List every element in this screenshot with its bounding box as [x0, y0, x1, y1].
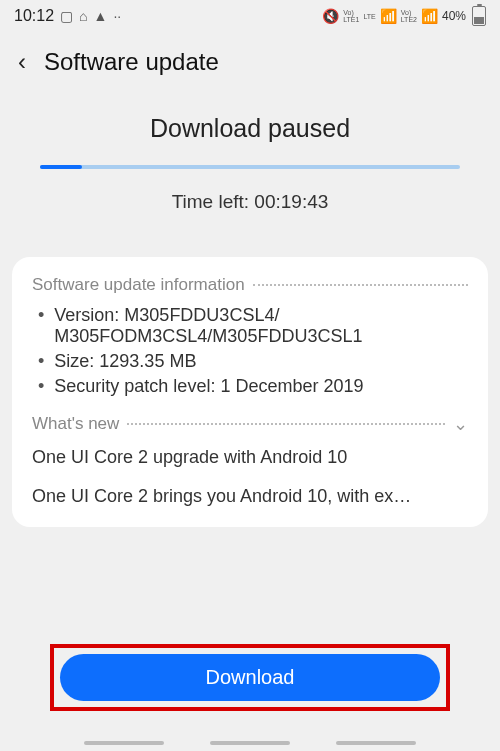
divider-dots [127, 423, 445, 425]
nav-back[interactable] [336, 741, 416, 745]
download-highlight: Download [50, 644, 450, 711]
whatsnew-section-label: What's new [32, 414, 119, 434]
warning-icon: ▲ [94, 8, 108, 24]
nav-bar [0, 741, 500, 745]
info-list: Version: M305FDDU3CSL4/ M305FODM3CSL4/M3… [32, 305, 468, 397]
nav-home[interactable] [210, 741, 290, 745]
battery-percent: 40% [442, 9, 466, 23]
back-icon[interactable]: ‹ [18, 48, 26, 76]
battery-icon [472, 6, 486, 26]
info-patch: Security patch level: 1 December 2019 [38, 376, 468, 397]
download-button[interactable]: Download [60, 654, 440, 701]
progress-fill [40, 165, 82, 169]
whatsnew-header[interactable]: What's new ⌄ [32, 413, 468, 435]
download-status-block: Download paused Time left: 00:19:43 [0, 86, 500, 231]
more-icon: ·· [113, 8, 121, 24]
update-info-card: Software update information Version: M30… [12, 257, 488, 527]
whatsnew-body: One UI Core 2 brings you Android 10, wit… [32, 486, 468, 507]
screen-icon: ⌂ [79, 8, 87, 24]
mute-icon: 🔇 [322, 8, 339, 24]
network-label: LTE [363, 13, 375, 20]
signal2-icon: 📶 [421, 8, 438, 24]
app-header: ‹ Software update [0, 30, 500, 86]
info-version: Version: M305FDDU3CSL4/ M305FODM3CSL4/M3… [38, 305, 468, 347]
image-icon: ▢ [60, 8, 73, 24]
sim2-label: Vo) LTE2 [401, 9, 417, 23]
info-size: Size: 1293.35 MB [38, 351, 468, 372]
sim1-label: Vo) LTE1 [343, 9, 359, 23]
chevron-down-icon[interactable]: ⌄ [453, 413, 468, 435]
info-section-label: Software update information [32, 275, 245, 295]
status-time: 10:12 [14, 7, 54, 25]
progress-bar [40, 165, 460, 169]
time-left-text: Time left: 00:19:43 [30, 191, 470, 213]
signal1-icon: 📶 [380, 8, 397, 24]
page-title: Software update [44, 48, 219, 76]
nav-recents[interactable] [84, 741, 164, 745]
divider-dots [253, 284, 468, 286]
status-bar: 10:12 ▢ ⌂ ▲ ·· 🔇 Vo) LTE1 LTE 📶 Vo) LTE2… [0, 0, 500, 30]
download-status-text: Download paused [30, 114, 470, 143]
whatsnew-headline: One UI Core 2 upgrade with Android 10 [32, 447, 468, 468]
